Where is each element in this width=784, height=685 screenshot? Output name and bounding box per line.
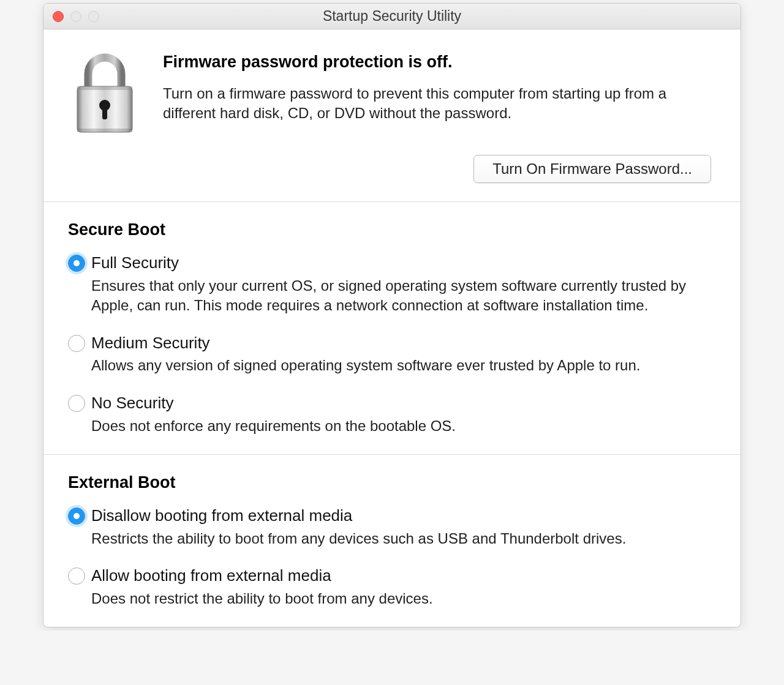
- radio-full-security[interactable]: [68, 255, 85, 272]
- external-boot-heading: External Boot: [68, 473, 716, 492]
- external-boot-option-disallow: Disallow booting from external media Res…: [68, 506, 716, 548]
- radio-medium-security[interactable]: [68, 335, 85, 352]
- secure-boot-option-none: No Security Does not enforce any require…: [68, 393, 716, 436]
- radio-desc-allow-external: Does not restrict the ability to boot fr…: [91, 589, 716, 608]
- radio-label-allow-external: Allow booting from external media: [91, 566, 331, 586]
- firmware-section: Firmware password protection is off. Tur…: [43, 29, 741, 202]
- radio-label-no-security: No Security: [91, 393, 173, 414]
- radio-desc-full-security: Ensures that only your current OS, or si…: [91, 276, 716, 316]
- radio-desc-disallow-external: Restricts the ability to boot from any d…: [91, 529, 716, 548]
- secure-boot-heading: Secure Boot: [68, 220, 716, 239]
- window-title: Startup Security Utility: [43, 8, 741, 24]
- titlebar: Startup Security Utility: [43, 4, 741, 29]
- radio-desc-no-security: Does not enforce any requirements on the…: [91, 416, 716, 436]
- secure-boot-option-medium: Medium Security Allows any version of si…: [68, 333, 716, 376]
- svg-rect-2: [77, 129, 132, 132]
- svg-rect-4: [102, 107, 107, 119]
- close-window-button[interactable]: [53, 11, 64, 22]
- minimize-window-button[interactable]: [70, 11, 81, 22]
- external-boot-option-allow: Allow booting from external media Does n…: [68, 566, 716, 608]
- radio-label-medium-security: Medium Security: [91, 333, 210, 354]
- firmware-description: Turn on a firmware password to prevent t…: [163, 84, 716, 124]
- firmware-top: Firmware password protection is off. Tur…: [68, 48, 716, 137]
- radio-desc-medium-security: Allows any version of signed operating s…: [91, 356, 716, 375]
- radio-disallow-external[interactable]: [68, 507, 85, 525]
- radio-allow-external[interactable]: [68, 567, 85, 585]
- secure-boot-option-full: Full Security Ensures that only your cur…: [68, 253, 716, 316]
- secure-boot-section: Secure Boot Full Security Ensures that o…: [43, 202, 741, 455]
- traffic-lights: [43, 11, 99, 22]
- radio-label-full-security: Full Security: [91, 253, 179, 274]
- radio-label-disallow-external: Disallow booting from external media: [91, 506, 352, 526]
- window: Startup Security Utility: [43, 3, 741, 627]
- lock-icon: [68, 48, 141, 137]
- firmware-heading: Firmware password protection is off.: [163, 53, 716, 72]
- external-boot-section: External Boot Disallow booting from exte…: [43, 455, 741, 627]
- firmware-text: Firmware password protection is off. Tur…: [163, 48, 716, 124]
- turn-on-firmware-password-button[interactable]: Turn On Firmware Password...: [473, 155, 711, 183]
- svg-rect-1: [77, 86, 132, 90]
- maximize-window-button[interactable]: [88, 11, 99, 22]
- firmware-button-row: Turn On Firmware Password...: [68, 155, 716, 183]
- radio-no-security[interactable]: [68, 395, 85, 412]
